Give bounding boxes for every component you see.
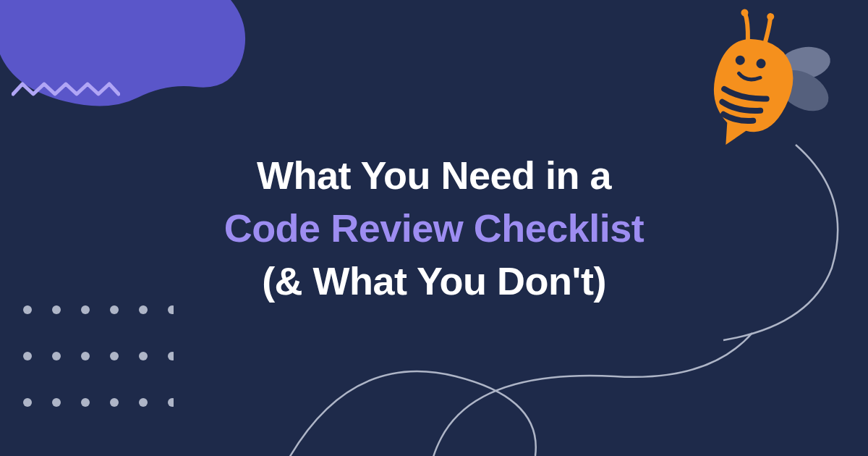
hero-line-1: What You Need in a: [257, 153, 611, 197]
hero-line-3: (& What You Don't): [262, 258, 606, 302]
svg-point-15: [110, 398, 119, 407]
svg-point-11: [168, 352, 174, 360]
svg-point-6: [23, 352, 32, 360]
svg-point-8: [81, 352, 90, 360]
hero-title: What You Need in a Code Review Checklist…: [43, 149, 825, 308]
blob-decoration: [0, 0, 253, 145]
svg-point-21: [766, 12, 775, 21]
svg-point-10: [139, 352, 148, 360]
svg-point-9: [110, 352, 119, 360]
svg-point-14: [81, 398, 90, 407]
svg-point-0: [23, 305, 32, 314]
hero-line-2-accent: Code Review Checklist: [224, 206, 644, 250]
dot-grid-decoration: [22, 304, 174, 413]
zigzag-decoration: [12, 80, 120, 101]
svg-point-12: [23, 398, 32, 407]
svg-point-16: [139, 398, 148, 407]
svg-point-7: [52, 352, 61, 360]
svg-point-17: [168, 398, 174, 407]
svg-point-13: [52, 398, 61, 407]
